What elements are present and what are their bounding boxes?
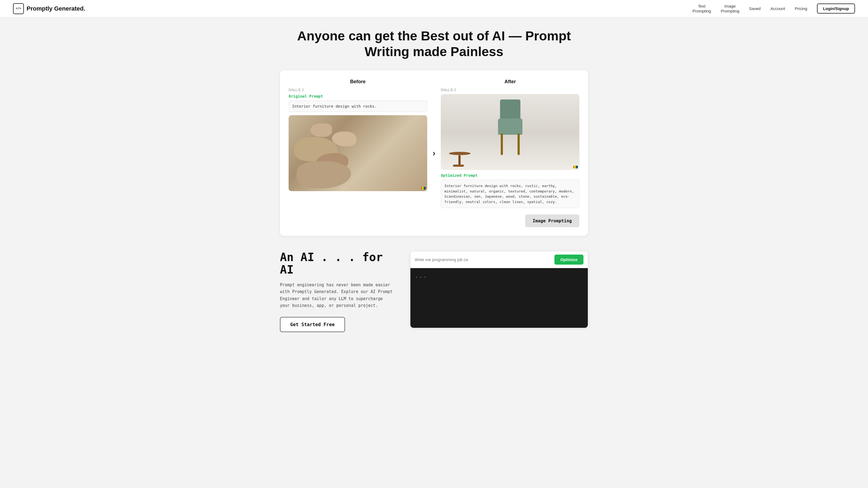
chair-leg-decoration [501, 133, 503, 155]
before-side: Before DALL·E 2 Original Prompt Interior… [289, 79, 427, 227]
comparison-arrow: › [427, 79, 441, 227]
bottom-section: An AI . . . for AI Prompt engineering ha… [280, 251, 588, 332]
rock-decoration [332, 131, 356, 147]
get-started-button[interactable]: Get Started Free [280, 317, 345, 332]
optimize-button[interactable]: Optimize [554, 255, 584, 265]
chair-seat-decoration [498, 119, 522, 135]
comparison-inner: Before DALL·E 2 Original Prompt Interior… [289, 79, 579, 227]
bottom-left: An AI . . . for AI Prompt engineering ha… [280, 251, 394, 332]
logo-icon: </> [13, 3, 24, 14]
logo-text: Promptly Generated. [27, 5, 85, 12]
after-side: After DALL·E 2 Optimized Prompt Interior… [441, 79, 579, 227]
chair-back-decoration [500, 99, 520, 121]
nav-saved[interactable]: Saved [749, 6, 761, 11]
login-signup-button[interactable]: Login/Signup [817, 3, 855, 13]
rock-decoration [297, 161, 351, 188]
dall-e-label-before: DALL·E 2 [289, 88, 427, 92]
image-prompting-button[interactable]: Image Prompting [525, 215, 580, 227]
navbar-links: Text Prompting Image Prompting Saved Acc… [692, 3, 855, 13]
loading-dots: ... [415, 272, 428, 279]
image-corner-badge [574, 166, 578, 168]
nav-image-prompting[interactable]: Image Prompting [721, 4, 739, 13]
ai-heading: An AI . . . for AI [280, 251, 394, 276]
main-content: Anyone can get the Best out of AI — Prom… [271, 18, 597, 348]
after-label: After [441, 79, 579, 85]
before-image [289, 115, 427, 191]
after-image [441, 94, 579, 170]
prompt-input-row: Optimize [410, 251, 588, 268]
nav-pricing[interactable]: Pricing [795, 6, 807, 11]
ai-description: Prompt engineering has never been made e… [280, 282, 394, 310]
prompt-input[interactable] [415, 257, 551, 262]
comparison-card: Before DALL·E 2 Original Prompt Interior… [280, 70, 588, 236]
table-decoration [453, 165, 464, 167]
nav-text-prompting[interactable]: Text Prompting [692, 4, 711, 13]
rock-decoration [310, 123, 332, 137]
optimized-prompt-text: Interior furniture design with rocks, ru… [441, 180, 579, 208]
chair-leg-decoration [518, 133, 520, 155]
prompt-demo: Optimize ... [410, 251, 588, 328]
image-corner-badge [421, 187, 426, 190]
navbar: </> Promptly Generated. Text Prompting I… [0, 0, 868, 18]
original-prompt-text: Interior furniture design with rocks. [289, 101, 427, 112]
table-decoration [449, 152, 471, 155]
nav-account[interactable]: Account [770, 6, 785, 11]
table-decoration [458, 155, 461, 166]
dall-e-label-after: DALL·E 2 [441, 88, 579, 92]
before-label: Before [289, 79, 427, 85]
hero-heading: Anyone can get the Best out of AI — Prom… [280, 28, 588, 59]
prompt-output: ... [410, 268, 588, 328]
optimized-prompt-label: Optimized Prompt [441, 173, 579, 177]
original-prompt-label: Original Prompt [289, 94, 427, 98]
logo[interactable]: </> Promptly Generated. [13, 3, 85, 14]
